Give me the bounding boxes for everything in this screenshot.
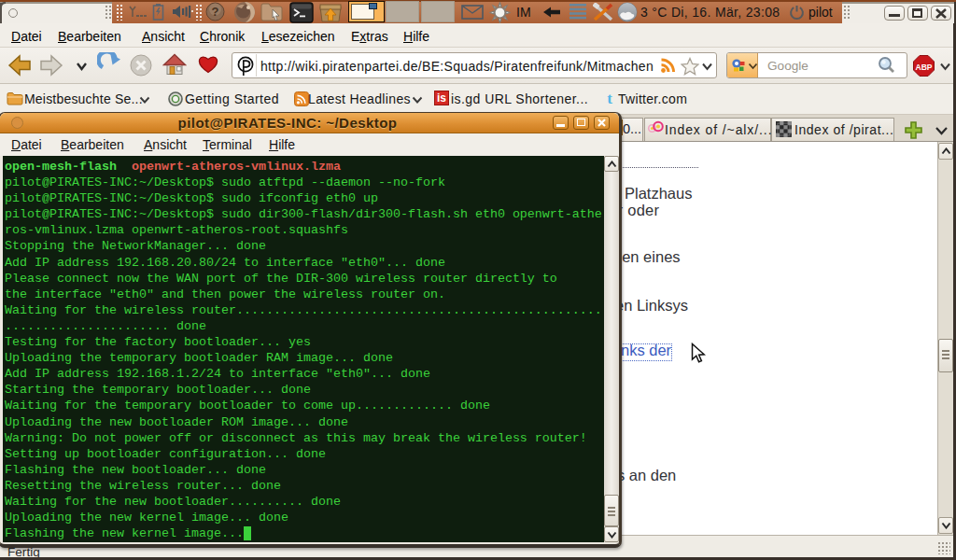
svg-text:ABP: ABP: [916, 63, 933, 72]
svg-text:t: t: [607, 91, 612, 105]
svg-text:?: ?: [212, 5, 219, 19]
